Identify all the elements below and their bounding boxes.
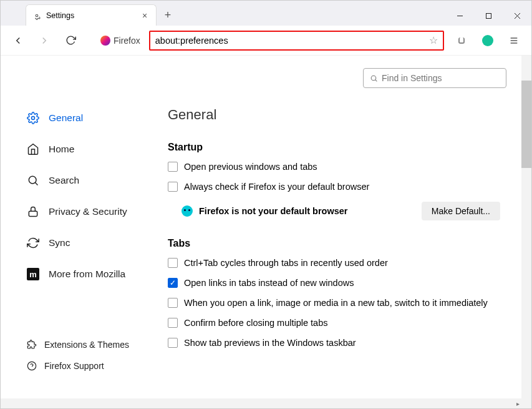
tab-title: Settings	[46, 11, 135, 20]
svg-point-12	[27, 362, 36, 370]
sidebar: General Home Search Privacy & Security S…	[1, 56, 163, 408]
option-label: Open previous windows and tabs	[184, 162, 317, 172]
minimize-button[interactable]	[445, 6, 474, 26]
window-controls	[445, 6, 531, 26]
default-browser-text: Firefox is not your default browser	[199, 206, 347, 216]
option-row: Ctrl+Tab cycles through tabs in recently…	[168, 258, 506, 268]
app-menu-button[interactable]	[505, 32, 523, 49]
reload-button[interactable]	[62, 32, 79, 49]
maximize-button[interactable]	[474, 6, 503, 26]
svg-point-14	[371, 76, 376, 81]
option-label: Ctrl+Tab cycles through tabs in recently…	[184, 258, 388, 268]
svg-rect-2	[486, 13, 491, 18]
svg-line-10	[35, 182, 37, 185]
sidebar-item-privacy[interactable]: Privacy & Security	[27, 205, 163, 218]
sad-face-icon	[181, 205, 193, 217]
pocket-icon	[458, 37, 465, 44]
gear-icon	[27, 112, 39, 124]
svg-rect-11	[29, 211, 37, 216]
main-panel: General Startup Open previous windows an…	[163, 56, 531, 408]
sidebar-item-general[interactable]: General	[27, 112, 163, 124]
content-area: General Home Search Privacy & Security S…	[1, 56, 531, 408]
checkbox-always-check-default[interactable]	[168, 182, 178, 192]
site-identity[interactable]: Firefox	[100, 36, 140, 46]
sidebar-item-label: Sync	[49, 237, 70, 249]
checkbox-open-previous[interactable]	[168, 162, 178, 172]
puzzle-icon	[27, 340, 37, 350]
scroll-right-icon[interactable]: ▸	[516, 400, 520, 407]
gear-icon	[32, 11, 41, 20]
option-row: Show tab previews in the Windows taskbar	[168, 338, 506, 348]
option-row: Open links in tabs instead of new window…	[168, 278, 506, 288]
option-label: Show tab previews in the Windows taskbar	[184, 338, 356, 348]
checkbox-confirm-close[interactable]	[168, 318, 178, 328]
section-heading-tabs: Tabs	[168, 238, 506, 249]
pocket-button[interactable]	[453, 32, 470, 49]
option-row: Open previous windows and tabs	[168, 162, 506, 172]
sidebar-item-label: Extensions & Themes	[44, 340, 129, 350]
home-icon	[27, 143, 39, 155]
sidebar-item-support[interactable]: Firefox Support	[27, 361, 163, 371]
identity-label: Firefox	[114, 36, 140, 46]
sidebar-item-more-mozilla[interactable]: m More from Mozilla	[27, 268, 163, 280]
sync-icon	[27, 237, 39, 249]
checkbox-ctrl-tab[interactable]	[168, 258, 178, 268]
checkbox-switch-immediately[interactable]	[168, 298, 178, 308]
close-tab-icon[interactable]: ×	[140, 11, 150, 21]
mozilla-icon: m	[27, 268, 39, 280]
url-bar[interactable]: ☆	[149, 31, 444, 51]
option-label: When you open a link, image or media in …	[184, 298, 488, 308]
option-row: Always check if Firefox is your default …	[168, 182, 506, 192]
grammarly-icon	[482, 35, 493, 46]
option-label: Always check if Firefox is your default …	[184, 182, 369, 192]
option-row: Confirm before closing multiple tabs	[168, 318, 506, 328]
section-heading-startup: Startup	[168, 142, 506, 153]
sidebar-item-label: More from Mozilla	[49, 269, 125, 280]
browser-tab[interactable]: Settings ×	[26, 4, 157, 26]
close-window-button[interactable]	[503, 6, 531, 26]
help-icon	[27, 361, 37, 371]
horizontal-scrollbar[interactable]: ▸	[1, 398, 521, 408]
sidebar-item-extensions[interactable]: Extensions & Themes	[27, 340, 163, 350]
svg-point-0	[36, 14, 38, 17]
sidebar-item-label: Home	[49, 144, 74, 155]
sidebar-item-label: Search	[49, 175, 79, 186]
checkbox-open-links-tabs[interactable]	[168, 278, 178, 288]
page-title: General	[168, 107, 506, 123]
window-titlebar: Settings × +	[1, 1, 531, 26]
search-icon	[370, 74, 378, 82]
vertical-scrollbar[interactable]	[521, 56, 531, 408]
url-input[interactable]	[155, 36, 425, 46]
default-browser-row: Firefox is not your default browser Make…	[181, 202, 506, 220]
firefox-logo-icon	[100, 36, 110, 46]
settings-search-input[interactable]	[382, 73, 500, 83]
make-default-button[interactable]: Make Default...	[422, 202, 500, 220]
svg-point-8	[32, 117, 35, 120]
sidebar-item-sync[interactable]: Sync	[27, 237, 163, 249]
forward-button[interactable]	[36, 32, 53, 49]
option-row: When you open a link, image or media in …	[168, 298, 506, 308]
back-button[interactable]	[9, 32, 27, 49]
checkbox-taskbar-preview[interactable]	[168, 338, 178, 348]
extension-button[interactable]	[479, 32, 496, 49]
settings-search[interactable]	[363, 68, 506, 88]
sidebar-item-label: Privacy & Security	[49, 206, 127, 217]
svg-point-9	[29, 176, 36, 184]
new-tab-button[interactable]: +	[159, 6, 177, 24]
toolbar: Firefox ☆	[1, 26, 531, 56]
lock-icon	[27, 205, 39, 218]
svg-line-15	[375, 79, 377, 81]
bookmark-star-icon[interactable]: ☆	[429, 34, 438, 46]
option-label: Open links in tabs instead of new window…	[184, 278, 354, 288]
sidebar-item-label: Firefox Support	[44, 361, 104, 371]
search-icon	[27, 174, 39, 187]
sidebar-item-home[interactable]: Home	[27, 143, 163, 155]
option-label: Confirm before closing multiple tabs	[184, 318, 328, 328]
sidebar-item-label: General	[49, 112, 83, 124]
sidebar-item-search[interactable]: Search	[27, 174, 163, 187]
scrollbar-thumb[interactable]	[521, 81, 531, 168]
